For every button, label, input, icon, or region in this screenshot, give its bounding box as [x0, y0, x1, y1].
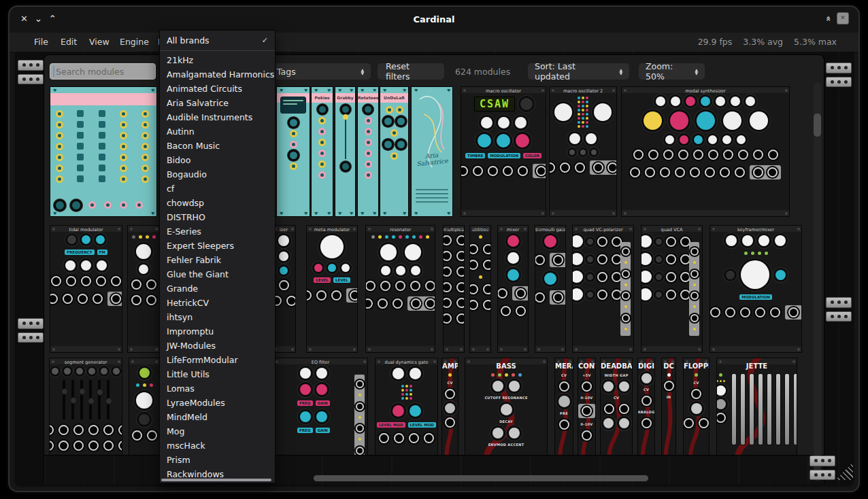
- slider-icon[interactable]: [784, 373, 790, 445]
- module-JETTE[interactable]: JETTE: [716, 358, 797, 455]
- module-multiples[interactable]: multiples: [443, 225, 465, 353]
- brand-menu-item[interactable]: mscHack: [160, 438, 275, 453]
- module-DIGI[interactable]: DIGICVANALOG: [637, 358, 655, 455]
- gate-cell-icon: [99, 121, 105, 128]
- ring-icon: [135, 201, 143, 209]
- ring-icon: [390, 152, 398, 160]
- module-macro oscillator[interactable]: macro oscillatorCSAWTIMBREMODULATIONCOLO…: [461, 86, 546, 217]
- module-name: Rotatoes: [358, 93, 378, 103]
- module-EQ filter[interactable]: EQ filterFREQGAINFREQGAIN: [273, 358, 368, 455]
- module-Grabby[interactable]: ♥♥♥♥Grabby: [335, 86, 356, 217]
- module-panel[interactable]: ♥♥♥♥: [276, 86, 310, 217]
- slider-icon[interactable]: [731, 373, 737, 445]
- search-input[interactable]: [50, 63, 156, 80]
- brand-menu-item[interactable]: Little Utils: [160, 367, 275, 381]
- module-panel[interactable]: ♥♥♥♥: [50, 86, 157, 217]
- dropdown-scrollbar[interactable]: [161, 479, 271, 481]
- brand-menu-item[interactable]: Animated Circuits: [160, 82, 275, 96]
- module-DC[interactable]: DCIN: [661, 358, 676, 455]
- brand-menu-item[interactable]: E-Series: [160, 224, 275, 239]
- module-BASS[interactable]: BASSCUTOFF RESONANCEDECAYENVMOD ACCENT: [465, 358, 548, 455]
- knob-icon: [572, 235, 583, 247]
- slider-icon[interactable]: [775, 373, 781, 445]
- brand-menu-item[interactable]: Fehler Fabrik: [160, 253, 275, 267]
- horizontal-scrollbar[interactable]: [314, 475, 648, 481]
- module-UnDuLaR[interactable]: ♥♥♥♥UnDuLaR: [380, 86, 409, 217]
- brand-menu-item[interactable]: Glue the Giant: [160, 267, 275, 281]
- module-dual dynamics gate[interactable]: dual dynamics gateLEVEL MODLEVEL MOD: [375, 358, 438, 455]
- module-MERA[interactable]: MERACVPRE: [554, 358, 573, 455]
- module-keyframer/mixer[interactable]: keyframer/mixerMODULATION: [710, 225, 802, 353]
- vertical-scrollbar-track[interactable]: [814, 82, 821, 481]
- module-Pokies[interactable]: ♥♥♥♥Pokies: [311, 86, 333, 217]
- module-panel[interactable]: [129, 358, 160, 455]
- brand-menu-item[interactable]: Autinn: [160, 124, 275, 139]
- module-tidal modulator[interactable]: tidal modulatorFREQUENCYFM: [50, 225, 122, 353]
- brand-menu-item[interactable]: Lomas: [160, 381, 275, 396]
- brand-menu-item[interactable]: Prism: [160, 453, 275, 467]
- menu-view[interactable]: View: [89, 37, 110, 47]
- module-modal synthesizer[interactable]: modal synthesizer: [621, 86, 790, 217]
- brand-menu-item[interactable]: Amalgamated Harmonics: [160, 67, 275, 82]
- module-Aria Salvatrice[interactable]: ♥♥♥♥AriaSalvatrice: [411, 86, 453, 217]
- menu-edit[interactable]: Edit: [61, 37, 77, 47]
- brand-menu-item[interactable]: DISTRHO: [160, 210, 275, 224]
- brand-menu-item[interactable]: cf: [160, 182, 275, 196]
- brand-menu-item[interactable]: Bacon Music: [160, 139, 275, 153]
- module-Rotatoes[interactable]: ♥♥♥♥Rotatoes: [357, 86, 379, 217]
- slider-icon[interactable]: [767, 373, 772, 445]
- brand-menu-item[interactable]: JW-Modules: [160, 339, 275, 353]
- brand-menu-item[interactable]: Aria Salvatrice: [160, 96, 275, 110]
- slider-icon: [71, 380, 74, 419]
- vertical-scrollbar-thumb[interactable]: [814, 114, 821, 137]
- slider-icon[interactable]: [758, 373, 763, 445]
- slider-icon[interactable]: [793, 373, 798, 445]
- module-panel[interactable]: [127, 225, 160, 353]
- knob-icon: [572, 253, 583, 265]
- brand-menu-item[interactable]: Bidoo: [160, 153, 275, 167]
- module-macro oscillator 2[interactable]: macro oscillator 2: [549, 86, 617, 217]
- module-DEADBAND[interactable]: DEADBANDWIDTH GAPCV: [600, 358, 633, 455]
- brand-menu-item[interactable]: Impromptu: [160, 324, 275, 339]
- module-CONV[interactable]: CONV+5V0-10V0-10V: [578, 358, 596, 455]
- reset-filters-button[interactable]: Reset filters: [378, 63, 444, 80]
- menu-engine[interactable]: Engine: [120, 37, 149, 47]
- sort-select[interactable]: Sort: Last updated ▲▼: [528, 63, 629, 80]
- slider-icon[interactable]: [749, 373, 754, 445]
- brand-menu-item[interactable]: Bogaudio: [160, 167, 275, 182]
- brand-menu-item[interactable]: Grande: [160, 281, 275, 296]
- raise-window-icon[interactable]: «: [823, 16, 833, 21]
- module-bernoulli gate[interactable]: bernoulli gate: [535, 225, 566, 353]
- brand-menu-item[interactable]: Audible Instruments: [160, 110, 275, 124]
- module-row: [342, 163, 349, 170]
- slider-icon[interactable]: [740, 373, 746, 445]
- knob-icon: [300, 411, 311, 422]
- brand-menu-item[interactable]: Mog: [160, 424, 275, 438]
- brand-menu-item[interactable]: LifeFormModular: [160, 353, 275, 367]
- brand-menu-item[interactable]: HetrickCV: [160, 296, 275, 310]
- module-quad VC-polarizer[interactable]: quad VC-polarizer: [572, 225, 634, 353]
- module-utilities[interactable]: utilities: [469, 225, 491, 353]
- tags-select[interactable]: Tags ▲▼: [270, 63, 371, 80]
- led-icon: [505, 373, 508, 377]
- module-resonator[interactable]: resonator: [365, 225, 435, 353]
- menu-file[interactable]: File: [34, 37, 48, 47]
- module-AMP[interactable]: AMPCV: [441, 358, 458, 455]
- screw-hole-icon: [844, 300, 848, 304]
- brand-menu-item[interactable]: Expert Sleepers: [160, 239, 275, 253]
- module-FLOPPER[interactable]: FLOPPERCV: [683, 358, 710, 455]
- brand-menu-item[interactable]: ihtsyn: [160, 310, 275, 324]
- tray-icon[interactable]: ✕: [837, 12, 849, 24]
- brand-menu-item-selected[interactable]: All brands ✓: [160, 33, 275, 48]
- screw-icon: [552, 89, 554, 92]
- brand-menu-item[interactable]: 21kHz: [160, 53, 275, 67]
- zoom-select[interactable]: Zoom: 50% ▲▼: [639, 63, 705, 80]
- module-quad VCA[interactable]: quad VCA: [641, 225, 703, 353]
- brand-menu-item[interactable]: MindMeld: [160, 410, 275, 424]
- brand-menu-item[interactable]: chowdsp: [160, 196, 275, 210]
- module-segment generator[interactable]: segment generator: [49, 358, 122, 455]
- module-mixer[interactable]: mixer: [497, 225, 529, 353]
- module-meta modulator[interactable]: meta modulatorLEVELLEVEL: [306, 225, 358, 353]
- module-row: LEVELLEVEL: [314, 277, 350, 283]
- brand-menu-item[interactable]: LyraeModules: [160, 396, 275, 410]
